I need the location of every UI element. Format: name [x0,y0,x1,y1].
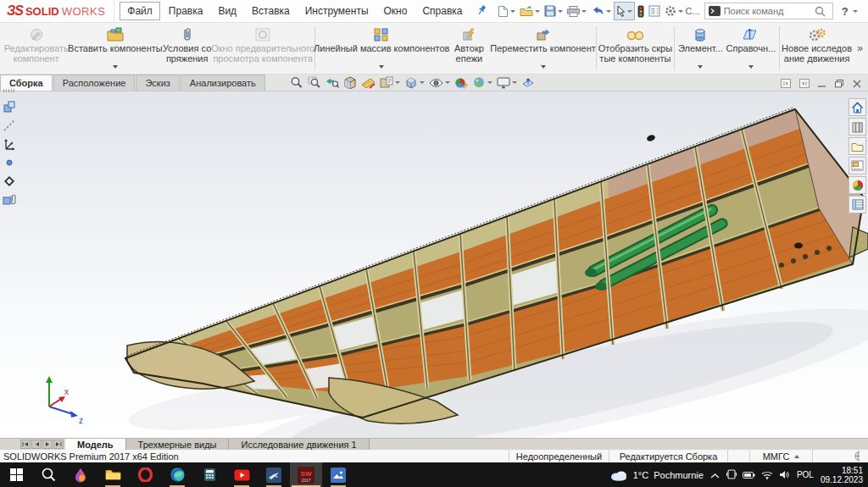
tab-evaluate[interactable]: Анализировать [181,75,265,91]
tab-scroll-prev-button[interactable] [31,440,42,449]
command-search-box[interactable] [704,3,833,19]
doc-minimize-button[interactable] [818,80,826,88]
file-explorer-button[interactable] [97,462,129,487]
menu-window[interactable]: Окно [377,3,415,19]
3d-drawing-view-button[interactable] [521,76,535,89]
solidworks-taskbar-button[interactable]: SW2017 [290,462,322,487]
tab-motion-study-1[interactable]: Исследование движения 1 [229,439,369,450]
tab-scroll-first-button[interactable] [20,440,31,449]
insert-components-button[interactable]: Вставить компоненты [69,23,161,74]
tab-3d-views[interactable]: Трехмерные виды [126,439,230,450]
wifi-icon[interactable] [761,468,773,483]
display-style-button[interactable] [429,77,450,89]
search-input[interactable] [724,6,811,16]
view-palette-tab[interactable] [849,157,866,174]
undo-button[interactable] [589,3,613,19]
hide-show-items-button[interactable] [380,76,400,89]
custom-properties-tab[interactable] [849,196,866,213]
file-explorer-tab[interactable] [849,137,866,155]
tab-scroll-next-button[interactable] [42,440,53,449]
menu-view[interactable]: Вид [211,3,243,19]
language-indicator[interactable]: POL [797,470,814,479]
tab-model[interactable]: Модель [65,439,126,450]
annotations-icon[interactable] [3,172,15,191]
move-component-button[interactable]: Переместить компонент [492,23,593,74]
menu-edit[interactable]: Правка [162,3,210,19]
mates-folder-icon[interactable] [3,191,16,209]
zoom-fit-button[interactable] [290,76,303,89]
axes-icon[interactable] [3,135,15,153]
new-document-button[interactable] [496,3,517,20]
section-view-icon [343,76,357,89]
mates-button[interactable]: Условия сопряжения [161,23,213,74]
show-hidden-icon [626,26,643,43]
web-status-button[interactable] [846,450,868,462]
reference-geometry-button[interactable]: Справочн... [725,23,777,74]
smart-fasteners-button[interactable]: Автокрепежи [446,23,492,74]
menu-insert[interactable]: Вставка [245,3,297,19]
tray-expand-button[interactable] [710,468,720,483]
pane-right-button[interactable] [799,79,810,88]
open-button[interactable] [518,3,542,19]
youtube-button[interactable] [225,462,258,487]
zoom-area-button[interactable] [308,76,321,89]
flight-sim-app-button[interactable] [258,462,290,487]
features-button[interactable]: Элемент... [676,23,725,74]
paint-app-button[interactable] [64,462,97,487]
tree-drag-handle[interactable] [3,89,15,92]
toolbar-overflow-label[interactable]: С... [686,6,700,16]
photos-app-button[interactable] [322,462,354,487]
pin-menu-icon[interactable] [472,2,488,19]
linear-pattern-button[interactable]: Линейный массив компонентов [317,23,446,74]
select-tool-button[interactable] [614,2,635,20]
unit-system-selector[interactable]: ММГС [749,450,812,462]
edit-component-button[interactable]: Редактироватькомпонент [3,23,69,74]
taskbar-clock[interactable]: 18:51 09.12.2023 [821,466,863,484]
doc-restore-button[interactable] [835,80,844,88]
calculator-button[interactable] [193,462,225,487]
menu-tools[interactable]: Инструменты [298,3,376,19]
battery-icon[interactable] [743,468,755,483]
menu-help[interactable]: Справка [415,3,469,19]
taskbar-search-button[interactable] [32,462,64,487]
apply-scene-button[interactable] [472,76,492,89]
view-settings-button[interactable] [497,77,517,89]
new-motion-study-button[interactable]: Новое исследование движения [782,23,853,74]
device-icon[interactable] [726,468,737,483]
weather-widget[interactable]: 1°C Pochmurnie [609,469,704,481]
settings-button[interactable] [663,3,685,19]
opera-button[interactable] [129,462,161,487]
doc-close-button[interactable] [853,80,861,88]
component-preview-window-button[interactable]: Окно предварительногопросмотра компонент… [213,23,313,74]
ribbon-overflow-chevron[interactable]: » [852,42,868,54]
options-list-button[interactable] [647,3,662,19]
menu-file[interactable]: Файл [120,2,160,20]
graphics-viewport[interactable]: x z [0,91,868,438]
section-view-button[interactable] [343,76,357,89]
print-button[interactable] [565,3,588,19]
measure-button[interactable] [361,77,376,89]
clock-date: 09.12.2023 [821,475,863,484]
quick-access-toolbar: С... ? [496,2,860,20]
sketch-line-icon[interactable] [3,116,15,135]
pane-left-button[interactable] [781,79,791,88]
show-hidden-components-button[interactable]: Отобразить скрытые компоненты [598,23,672,74]
assembly-icon[interactable] [3,97,15,116]
edge-button[interactable] [161,462,193,487]
menu-bar: Файл Правка Вид Вставка Инструменты Окно… [120,2,490,20]
tab-scroll-last-button[interactable] [53,440,64,449]
start-button[interactable] [0,462,32,487]
volume-icon[interactable] [779,468,790,483]
rebuild-button[interactable] [636,3,646,20]
view-orientation-button[interactable] [404,76,425,89]
home-tab[interactable] [849,98,866,116]
save-button[interactable] [542,3,565,19]
design-library-tab[interactable] [849,118,866,136]
edit-appearance-button[interactable] [454,76,468,89]
origin-point-icon[interactable] [5,153,14,172]
help-button[interactable]: ? [837,3,860,20]
tab-sketch[interactable]: Эскиз [136,75,179,91]
appearances-tab[interactable] [849,176,866,194]
tab-layout[interactable]: Расположение [53,75,136,91]
previous-view-button[interactable] [326,76,339,89]
